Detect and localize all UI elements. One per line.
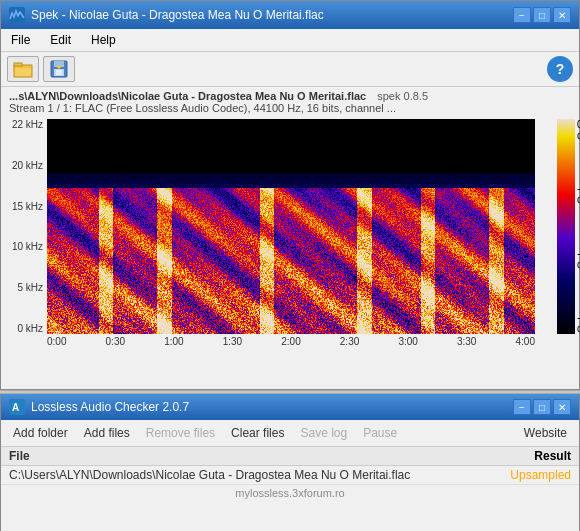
website-button[interactable]: Website	[520, 424, 571, 442]
lac-footer-text: mylossless.3xforum.ro	[235, 487, 344, 499]
spek-save-button[interactable]	[43, 56, 75, 82]
lac-maximize-button[interactable]: □	[533, 399, 551, 415]
svg-rect-7	[56, 70, 62, 75]
add-files-button[interactable]: Add files	[80, 424, 134, 442]
save-log-button[interactable]: Save log	[296, 424, 351, 442]
pause-button[interactable]: Pause	[359, 424, 401, 442]
spek-app-icon	[9, 7, 25, 23]
spek-title-text: Spek - Nicolae Guta - Dragostea Mea Nu O…	[31, 8, 324, 22]
spek-window-controls: − □ ✕	[513, 7, 571, 23]
lac-action-bar: Add folder Add files Remove files Clear …	[1, 420, 579, 447]
lac-table-header: File Result	[1, 447, 579, 466]
spek-file-path: ...s\ALYN\Downloads\Nicolae Guta - Drago…	[9, 90, 428, 102]
spek-spectrogram-main: 0:00 0:30 1:00 1:30 2:00 2:30 3:00 3:30 …	[47, 119, 553, 352]
freq-label-5k: 5 kHz	[5, 282, 43, 293]
lac-row-result: Upsampled	[471, 468, 571, 482]
time-1-30: 1:30	[223, 336, 242, 347]
lac-title-bar: A Lossless Audio Checker 2.0.7 − □ ✕	[1, 394, 579, 420]
colorbar-canvas	[557, 119, 575, 334]
time-2-00: 2:00	[281, 336, 300, 347]
time-2-30: 2:30	[340, 336, 359, 347]
time-4-00: 4:00	[516, 336, 535, 347]
spek-freq-labels: 22 kHz 20 kHz 15 kHz 10 kHz 5 kHz 0 kHz	[5, 119, 47, 352]
svg-text:A: A	[12, 402, 19, 413]
remove-files-button[interactable]: Remove files	[142, 424, 219, 442]
table-row: C:\Users\ALYN\Downloads\Nicolae Guta - D…	[1, 466, 579, 484]
time-0-00: 0:00	[47, 336, 66, 347]
spek-stream-info: Stream 1 / 1: FLAC (Free Lossless Audio …	[9, 102, 396, 114]
spek-window: Spek - Nicolae Guta - Dragostea Mea Nu O…	[0, 0, 580, 390]
lac-app-icon: A	[9, 399, 25, 415]
freq-label-10k: 10 kHz	[5, 241, 43, 252]
spek-version: spek 0.8.5	[377, 90, 428, 102]
freq-label-20k: 20 kHz	[5, 160, 43, 171]
folder-icon	[13, 60, 33, 78]
spek-open-button[interactable]	[7, 56, 39, 82]
spek-title-left: Spek - Nicolae Guta - Dragostea Mea Nu O…	[9, 7, 324, 23]
lac-title-text: Lossless Audio Checker 2.0.7	[31, 400, 189, 414]
spek-menu-help[interactable]: Help	[85, 31, 122, 49]
svg-rect-3	[15, 68, 31, 76]
spek-menu-file[interactable]: File	[5, 31, 36, 49]
spek-minimize-button[interactable]: −	[513, 7, 531, 23]
freq-label-0k: 0 kHz	[5, 323, 43, 334]
clear-files-button[interactable]: Clear files	[227, 424, 288, 442]
lac-col-file-header: File	[9, 449, 471, 463]
spek-close-button[interactable]: ✕	[553, 7, 571, 23]
time-3-00: 3:00	[398, 336, 417, 347]
spek-file-info: ...s\ALYN\Downloads\Nicolae Guta - Drago…	[1, 87, 579, 117]
spectrogram-canvas	[47, 119, 535, 334]
spek-menu-edit[interactable]: Edit	[44, 31, 77, 49]
time-1-00: 1:00	[164, 336, 183, 347]
lac-footer: mylossless.3xforum.ro	[1, 484, 579, 501]
spek-colorbar-container: 0 dB -50 dB -100 dB -120 dB	[557, 119, 575, 352]
add-folder-button[interactable]: Add folder	[9, 424, 72, 442]
lac-minimize-button[interactable]: −	[513, 399, 531, 415]
time-0-30: 0:30	[106, 336, 125, 347]
svg-rect-2	[14, 63, 22, 66]
spek-canvas-container	[47, 119, 535, 334]
spek-spectrogram-area: 22 kHz 20 kHz 15 kHz 10 kHz 5 kHz 0 kHz …	[1, 117, 579, 354]
lac-col-result-header: Result	[471, 449, 571, 463]
lac-row-file: C:\Users\ALYN\Downloads\Nicolae Guta - D…	[9, 468, 471, 482]
spek-help-button[interactable]: ?	[547, 56, 573, 82]
freq-label-15k: 15 kHz	[5, 201, 43, 212]
spek-maximize-button[interactable]: □	[533, 7, 551, 23]
spek-menu-bar: File Edit Help	[1, 29, 579, 52]
freq-label-22k: 22 kHz	[5, 119, 43, 130]
lac-close-button[interactable]: ✕	[553, 399, 571, 415]
time-3-30: 3:30	[457, 336, 476, 347]
lac-title-left: A Lossless Audio Checker 2.0.7	[9, 399, 189, 415]
spek-time-labels: 0:00 0:30 1:00 1:30 2:00 2:30 3:00 3:30 …	[47, 334, 535, 347]
save-icon	[49, 60, 69, 78]
spek-toolbar-buttons	[7, 56, 75, 82]
spek-toolbar: ?	[1, 52, 579, 87]
lac-window-controls: − □ ✕	[513, 399, 571, 415]
spek-title-bar: Spek - Nicolae Guta - Dragostea Mea Nu O…	[1, 1, 579, 29]
lac-window: A Lossless Audio Checker 2.0.7 − □ ✕ Add…	[0, 394, 580, 531]
